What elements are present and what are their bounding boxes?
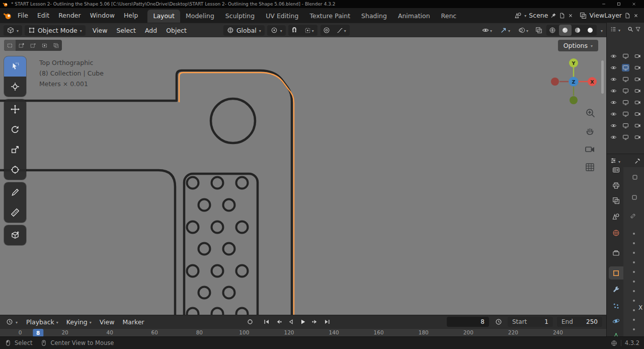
- properties-tab-collection[interactable]: [609, 246, 623, 259]
- search-icon[interactable]: [627, 26, 633, 32]
- disable-in-render-toggle[interactable]: [634, 87, 641, 95]
- jump-to-start-button[interactable]: [262, 317, 272, 327]
- menu-window[interactable]: Window: [86, 10, 119, 21]
- shading-dropdown[interactable]: [601, 27, 603, 34]
- end-frame-field[interactable]: End 250: [557, 317, 602, 327]
- play-reverse-button[interactable]: [286, 317, 296, 327]
- select-mode-intersect[interactable]: [50, 40, 62, 51]
- shading-wireframe-button[interactable]: [546, 25, 559, 36]
- overlays-dropdown[interactable]: [515, 25, 532, 36]
- disable-in-viewport-toggle[interactable]: [622, 99, 629, 106]
- editor-type-selector[interactable]: [4, 25, 22, 36]
- disable-in-render-toggle[interactable]: [634, 76, 641, 83]
- new-scene-icon[interactable]: [559, 13, 565, 19]
- navigation-gizmo[interactable]: Y X Z: [551, 58, 597, 104]
- properties-tab-render[interactable]: [609, 163, 623, 176]
- disable-in-viewport-toggle[interactable]: [622, 64, 629, 72]
- disable-in-render-toggle[interactable]: [634, 133, 641, 141]
- tool-move[interactable]: [4, 99, 26, 119]
- properties-tab-particles[interactable]: [609, 299, 623, 312]
- outliner-editor-icon[interactable]: [610, 26, 617, 33]
- viewport-scrollbar[interactable]: [601, 60, 604, 94]
- hide-in-viewport-toggle[interactable]: [610, 110, 617, 118]
- disable-in-viewport-toggle[interactable]: [622, 52, 629, 60]
- close-button[interactable]: [626, 0, 641, 8]
- pin-icon[interactable]: [550, 13, 556, 19]
- tool-cursor[interactable]: [4, 77, 26, 97]
- gizmo-axis-neg-y[interactable]: [570, 96, 578, 104]
- shading-solid-button[interactable]: [559, 25, 572, 36]
- scene-selector[interactable]: Scene: [515, 12, 574, 19]
- hide-in-viewport-toggle[interactable]: [610, 99, 617, 106]
- hide-in-viewport-toggle[interactable]: [610, 76, 617, 83]
- tool-measure[interactable]: [4, 202, 26, 223]
- viewport-menu-add[interactable]: Add: [140, 25, 162, 36]
- workspace-tab-sculpting[interactable]: Sculpting: [220, 10, 260, 23]
- tool-transform[interactable]: [4, 160, 26, 180]
- current-frame-field[interactable]: 8: [447, 317, 489, 327]
- disable-in-render-toggle[interactable]: [634, 110, 641, 118]
- falloff-dropdown[interactable]: [333, 25, 350, 36]
- shading-material-button[interactable]: [572, 25, 584, 36]
- properties-tab-object[interactable]: [609, 266, 623, 280]
- properties-tab-world[interactable]: [609, 226, 623, 239]
- disable-in-render-toggle[interactable]: [634, 99, 641, 106]
- hide-in-viewport-toggle[interactable]: [610, 133, 617, 141]
- play-button[interactable]: [298, 317, 308, 327]
- viewport-menu-view[interactable]: View: [88, 25, 112, 36]
- auto-keying-toggle[interactable]: [245, 317, 256, 327]
- disable-in-viewport-toggle[interactable]: [622, 110, 629, 118]
- pivot-point-selector[interactable]: [267, 25, 286, 36]
- disable-in-render-toggle[interactable]: [634, 52, 641, 60]
- tool-options-button[interactable]: Options: [558, 40, 598, 51]
- camera-view-icon[interactable]: [586, 147, 594, 152]
- properties-tab-output[interactable]: [609, 179, 623, 192]
- menu-render[interactable]: Render: [54, 10, 86, 21]
- properties-tab-scene[interactable]: [609, 210, 623, 223]
- preview-range-clock-icon[interactable]: [493, 317, 504, 327]
- remove-viewlayer-icon[interactable]: [633, 13, 639, 19]
- visibility-dropdown[interactable]: [478, 25, 496, 36]
- menu-file[interactable]: File: [13, 10, 33, 21]
- hide-in-viewport-toggle[interactable]: [610, 64, 617, 72]
- timeline-menu-marker[interactable]: Marker: [119, 317, 148, 327]
- hide-in-viewport-toggle[interactable]: [610, 122, 617, 129]
- disable-in-viewport-toggle[interactable]: [622, 133, 629, 141]
- active-tool-tab-icon[interactable]: [634, 158, 641, 164]
- xray-toggle[interactable]: [533, 25, 545, 36]
- timeline-menu-keying[interactable]: Keying: [62, 317, 96, 327]
- minimize-button[interactable]: [596, 0, 611, 8]
- playhead[interactable]: 8: [33, 329, 43, 336]
- jump-to-end-button[interactable]: [322, 317, 333, 327]
- disable-in-render-toggle[interactable]: [634, 64, 641, 72]
- gizmos-dropdown[interactable]: [497, 25, 514, 36]
- previous-keyframe-button[interactable]: [274, 317, 284, 327]
- next-keyframe-button[interactable]: [310, 317, 320, 327]
- menu-help[interactable]: Help: [119, 10, 143, 21]
- grid-ortho-icon[interactable]: [586, 164, 594, 171]
- new-viewlayer-icon[interactable]: [624, 13, 630, 19]
- workspace-tab-uv-editing[interactable]: UV Editing: [260, 10, 304, 23]
- disable-in-viewport-toggle[interactable]: [622, 87, 629, 95]
- select-mode-invert[interactable]: [39, 40, 50, 51]
- workspace-tab-texture-paint[interactable]: Texture Paint: [304, 10, 356, 23]
- blender-logo-icon[interactable]: [3, 11, 12, 20]
- panel-box-icon[interactable]: [632, 174, 638, 180]
- select-mode-subtract[interactable]: [27, 40, 39, 51]
- start-frame-field[interactable]: Start 1: [508, 317, 553, 327]
- disable-in-viewport-toggle[interactable]: [622, 122, 629, 129]
- properties-tab-view-layer[interactable]: [609, 194, 623, 207]
- tool-scale[interactable]: [4, 139, 26, 160]
- unlink-scene-icon[interactable]: [568, 13, 574, 19]
- menu-edit[interactable]: Edit: [33, 10, 54, 21]
- scene-browse-caret[interactable]: [524, 12, 526, 19]
- workspace-tab-animation[interactable]: Animation: [392, 10, 436, 23]
- select-mode-set[interactable]: [4, 40, 16, 51]
- timeline-editor-selector[interactable]: [4, 317, 20, 327]
- workspace-tab-renc[interactable]: Renc: [436, 10, 462, 23]
- viewport-menu-object[interactable]: Object: [162, 25, 191, 36]
- select-mode-extend[interactable]: [16, 40, 27, 51]
- workspace-tab-shading[interactable]: Shading: [356, 10, 392, 23]
- disable-in-render-toggle[interactable]: [634, 122, 641, 129]
- zoom-icon[interactable]: [587, 109, 594, 117]
